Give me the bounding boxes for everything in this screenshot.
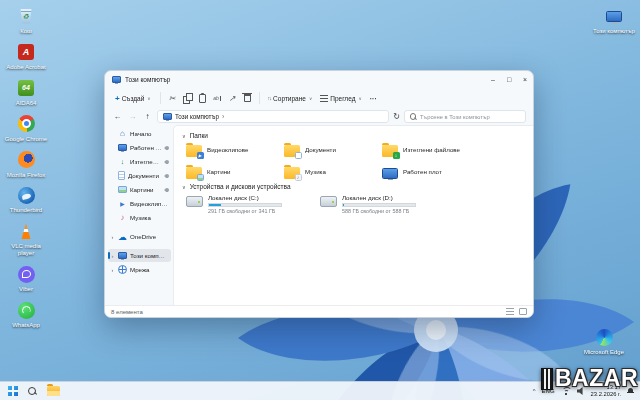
folder-tile-videos[interactable]: Видеоклипове — [184, 142, 280, 158]
desktop-icon-label: WhatsApp — [12, 322, 40, 329]
desktop-icon-thunderbird[interactable]: Thunderbird — [2, 184, 50, 214]
share-button[interactable] — [226, 91, 239, 105]
edge-icon — [593, 326, 615, 348]
folders-section-header[interactable]: ∨ Папки — [182, 132, 527, 139]
view-button[interactable]: Преглед ∨ — [317, 93, 364, 104]
pin-icon — [164, 145, 170, 151]
hard-drive-icon — [320, 196, 337, 207]
caption-buttons: – □ × — [485, 71, 533, 88]
back-button[interactable]: ← — [112, 112, 123, 121]
desktop-icon-chrome[interactable]: Google Chrome — [2, 113, 50, 143]
chrome-icon — [15, 113, 37, 135]
tray-overflow-chevron[interactable]: ^ — [533, 388, 536, 394]
folder-tile-documents[interactable]: Документи — [282, 142, 378, 158]
large-icons-view-toggle-icon[interactable] — [519, 308, 527, 315]
folder-tile-pictures[interactable]: Картини — [184, 164, 280, 180]
desktop-icon-aida64[interactable]: AIDA64 — [2, 77, 50, 107]
viber-icon — [15, 263, 37, 285]
firefox-icon — [15, 149, 37, 171]
sidebar-item-documents[interactable]: Документи — [108, 169, 171, 182]
expand-chevron-icon[interactable]: › — [110, 253, 115, 259]
command-bar: + Създай ∨ ab ↑↓ Сортиране ∨ Преглед ∨ — [105, 88, 533, 108]
folder-tile-music[interactable]: Музика — [282, 164, 378, 180]
desktop-folder-icon — [382, 168, 398, 179]
share-icon — [229, 94, 236, 103]
search-input[interactable] — [420, 114, 521, 120]
sidebar-item-downloads[interactable]: Изтеглени файлове — [108, 155, 171, 168]
devices-section-header[interactable]: ∨ Устройства и дискови устройства — [182, 183, 527, 190]
close-button[interactable]: × — [517, 71, 533, 88]
forward-button[interactable]: → — [127, 112, 138, 121]
new-button[interactable]: + Създай ∨ — [111, 92, 155, 105]
desktop-icon-viber[interactable]: Viber — [2, 263, 50, 293]
cut-button[interactable] — [166, 91, 179, 105]
desktop-icon-label: Adobe Acrobat — [6, 64, 45, 71]
up-button[interactable]: ↑ — [142, 112, 153, 121]
divider — [259, 92, 260, 104]
sidebar-item-videos[interactable]: Видеоклипове — [108, 197, 171, 210]
folders-grid: Видеоклипове Документи Изтеглени файлове… — [184, 142, 527, 180]
sidebar-item-home[interactable]: Начало — [108, 127, 171, 140]
onedrive-icon — [118, 232, 127, 241]
folder-tile-desktop[interactable]: Работен плот — [380, 164, 476, 180]
search-box[interactable] — [404, 110, 526, 123]
desktop-icon-label: Кош — [20, 28, 32, 35]
desktop-icon-label: Този компютър — [593, 28, 635, 35]
breadcrumb-item[interactable]: Този компютър — [175, 113, 219, 120]
sidebar-item-onedrive[interactable]: › OneDrive — [108, 230, 171, 243]
rename-icon: ab — [213, 96, 221, 101]
desktop-icon-acrobat[interactable]: Adobe Acrobat — [2, 41, 50, 71]
minimize-button[interactable]: – — [485, 71, 501, 88]
bazar-watermark: BAZAR — [541, 365, 638, 392]
desktop-icon-vlc[interactable]: VLC media player — [2, 220, 50, 257]
downloads-folder-icon — [382, 145, 398, 157]
sidebar-item-network[interactable]: › Мрежа — [108, 263, 171, 276]
desktop-icon-this-pc[interactable]: Този компютър — [590, 5, 638, 35]
start-button[interactable] — [8, 386, 18, 396]
breadcrumb[interactable]: Този компютър › — [157, 110, 389, 123]
collapse-chevron-icon: ∨ — [182, 184, 186, 190]
view-icon — [320, 95, 328, 102]
search-icon — [409, 113, 417, 121]
folder-tile-downloads[interactable]: Изтеглени файлове — [380, 142, 476, 158]
this-pc-icon — [603, 5, 625, 27]
paste-button[interactable] — [196, 91, 209, 105]
scissors-icon — [169, 94, 176, 103]
file-explorer-taskbar-button[interactable] — [47, 386, 60, 396]
documents-folder-icon — [284, 145, 300, 157]
drive-tile-c[interactable]: Локален диск (C:) 291 ГБ свободни от 341… — [184, 193, 312, 215]
thunderbird-icon — [15, 184, 37, 206]
expand-chevron-icon[interactable]: › — [110, 267, 115, 273]
downloads-icon — [118, 157, 127, 166]
window-body: Начало Работен плот Изтеглени файлове — [105, 125, 533, 305]
refresh-button[interactable]: ↻ — [393, 112, 400, 121]
sidebar-item-pictures[interactable]: Картини — [108, 183, 171, 196]
desktop-icon-whatsapp[interactable]: WhatsApp — [2, 299, 50, 329]
window-title: Този компютър — [125, 76, 170, 83]
maximize-button[interactable]: □ — [501, 71, 517, 88]
clipboard-icon — [199, 94, 206, 103]
breadcrumb-chevron-icon: › — [222, 113, 224, 120]
drive-tile-d[interactable]: Локален диск (D:) 588 ГБ свободни от 588… — [318, 193, 446, 215]
sort-icon: ↑↓ — [268, 95, 272, 101]
sort-button[interactable]: ↑↓ Сортиране ∨ — [265, 93, 316, 104]
chevron-down-icon: ∨ — [147, 96, 150, 101]
details-view-toggle-icon[interactable] — [506, 308, 514, 315]
more-options-button[interactable]: ··· — [367, 95, 380, 102]
copy-button[interactable] — [181, 91, 194, 105]
drive-usage-bar — [342, 203, 416, 207]
chevron-down-icon: ∨ — [358, 96, 361, 101]
desktop-icon-firefox[interactable]: Mozilla Firefox — [2, 149, 50, 179]
sidebar-item-music[interactable]: Музика — [108, 211, 171, 224]
rename-button[interactable]: ab — [211, 91, 224, 105]
delete-button[interactable] — [241, 91, 254, 105]
title-bar[interactable]: Този компютър – □ × — [105, 71, 533, 88]
taskbar-search-button[interactable] — [27, 386, 38, 397]
sidebar-item-this-pc[interactable]: › Този компютър — [108, 249, 171, 262]
desktop-icon-edge[interactable]: Microsoft Edge — [580, 326, 628, 356]
desktop: Кош Adobe Acrobat AIDA64 Google Chrome M… — [0, 0, 640, 400]
sidebar-item-desktop[interactable]: Работен плот — [108, 141, 171, 154]
divider — [160, 92, 161, 104]
expand-chevron-icon[interactable]: › — [110, 234, 115, 240]
desktop-icon-recycle-bin[interactable]: Кош — [2, 5, 50, 35]
